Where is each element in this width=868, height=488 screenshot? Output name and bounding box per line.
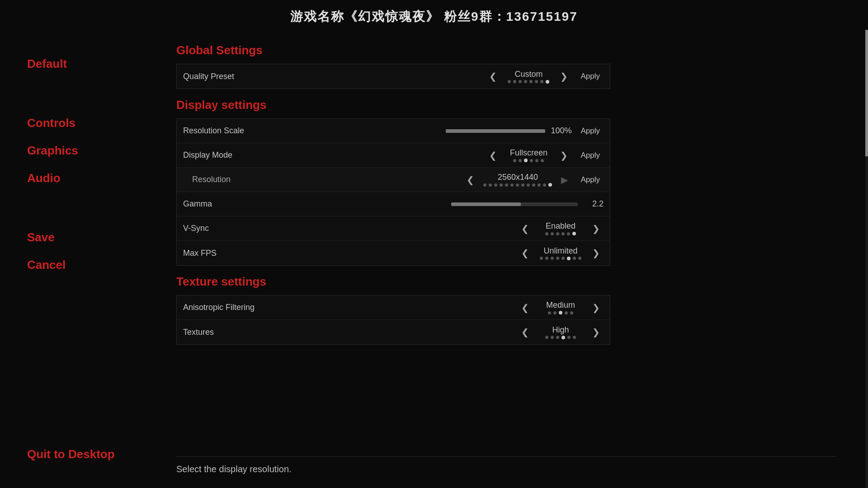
anisotropic-value: Medium [538,300,583,310]
resolution-next-btn: ▶ [557,174,571,186]
texture-settings-group: Anisotropic Filtering ❮ Medium [176,295,610,345]
status-text: Select the display resolution. [176,456,836,474]
max-fps-label: Max FPS [183,249,337,258]
display-mode-label: Display Mode [183,150,337,160]
max-fps-row: Max FPS ❮ Unlimited [177,241,610,265]
textures-control: ❮ High ❯ [337,325,604,339]
quality-preset-dots [508,80,549,84]
gamma-control: 2.2 [337,199,604,209]
max-fps-prev-btn[interactable]: ❮ [518,247,533,259]
vsync-label: V-Sync [183,224,337,233]
display-mode-dots [513,159,544,162]
page-title: 游戏名称《幻戏惊魂夜》 粉丝9群：136715197 [0,0,868,30]
quality-preset-label: Quality Preset [183,72,337,81]
resolution-scale-apply-btn[interactable]: Apply [577,125,604,137]
sidebar-item-default[interactable]: Default [27,57,145,71]
vsync-prev-btn[interactable]: ❮ [518,222,533,235]
sidebar-item-quit[interactable]: Quit to Desktop [27,447,145,461]
gamma-row: Gamma 2.2 [177,192,610,216]
anisotropic-next-btn[interactable]: ❯ [589,301,604,314]
display-settings-title: Display settings [176,98,868,112]
gamma-label: Gamma [183,199,337,209]
scrollbar-thumb[interactable] [865,30,868,156]
display-settings-group: Resolution Scale 100% Apply Display Mode [176,118,610,266]
anisotropic-prev-btn[interactable]: ❮ [518,301,533,314]
textures-row: Textures ❮ High [177,320,610,344]
sidebar-item-audio[interactable]: Audio [27,171,145,185]
vsync-value: Enabled [538,221,583,231]
display-mode-prev-btn[interactable]: ❮ [486,149,500,162]
anisotropic-row: Anisotropic Filtering ❮ Medium [177,296,610,320]
vsync-dots [545,232,576,235]
max-fps-value: Unlimited [538,246,583,256]
anisotropic-dots [548,311,573,314]
texture-settings-title: Texture settings [176,275,868,289]
sidebar-item-save[interactable]: Save [27,230,145,244]
sidebar: Default Controls Graphics Audio Save Can… [0,30,145,488]
max-fps-next-btn[interactable]: ❯ [589,247,604,259]
quality-preset-control: ❮ Custom ❯ [337,70,604,84]
global-settings-title: Global Settings [176,43,868,57]
display-mode-apply-btn[interactable]: Apply [577,149,604,162]
textures-next-btn[interactable]: ❯ [589,326,604,338]
resolution-dots [483,183,552,187]
display-mode-next-btn[interactable]: ❯ [557,149,571,162]
resolution-prev-btn[interactable]: ❮ [463,174,478,186]
gamma-value: 2.2 [583,199,604,209]
resolution-control: ❮ 2560x1440 [337,173,604,187]
max-fps-dots [540,257,581,260]
quality-preset-row: Quality Preset ❮ Custom [177,64,610,89]
display-mode-control: ❮ Fullscreen ❯ Apply [337,148,604,162]
textures-dots [545,336,576,339]
global-settings-group: Quality Preset ❮ Custom [176,64,610,89]
textures-prev-btn[interactable]: ❮ [518,326,533,338]
display-mode-value: Fullscreen [506,148,551,158]
resolution-row: Resolution ❮ 2560x1440 [177,168,610,192]
gamma-bar[interactable] [451,202,578,206]
display-mode-row: Display Mode ❮ Fullscreen [177,143,610,168]
max-fps-control: ❮ Unlimited [337,246,604,260]
main-content: Global Settings Quality Preset ❮ Custom [145,30,868,488]
status-bar: Select the display resolution. [145,456,868,474]
textures-value: High [538,325,583,335]
resolution-scale-value: 100% [551,126,571,136]
quality-preset-prev-btn[interactable]: ❮ [486,70,500,83]
vsync-control: ❮ Enabled ❯ [337,221,604,235]
quality-preset-value: Custom [506,70,551,79]
anisotropic-label: Anisotropic Filtering [183,303,337,312]
sidebar-item-graphics[interactable]: Graphics [27,144,145,158]
resolution-scale-label: Resolution Scale [183,126,337,136]
resolution-scale-row: Resolution Scale 100% Apply [177,119,610,143]
resolution-scale-control: 100% Apply [337,125,604,137]
resolution-value: 2560x1440 [495,173,540,182]
quality-preset-next-btn[interactable]: ❯ [557,70,571,83]
scrollbar-track[interactable] [865,30,868,488]
resolution-label: Resolution [183,175,337,184]
sidebar-item-controls[interactable]: Controls [27,116,145,130]
quality-preset-apply-btn[interactable]: Apply [577,70,604,83]
textures-label: Textures [183,328,337,337]
resolution-apply-btn[interactable]: Apply [577,174,604,186]
resolution-scale-bar[interactable] [446,129,545,133]
sidebar-item-cancel[interactable]: Cancel [27,258,145,272]
anisotropic-control: ❮ Medium ❯ [337,300,604,314]
vsync-row: V-Sync ❮ Enabled [177,216,610,241]
vsync-next-btn[interactable]: ❯ [589,222,604,235]
